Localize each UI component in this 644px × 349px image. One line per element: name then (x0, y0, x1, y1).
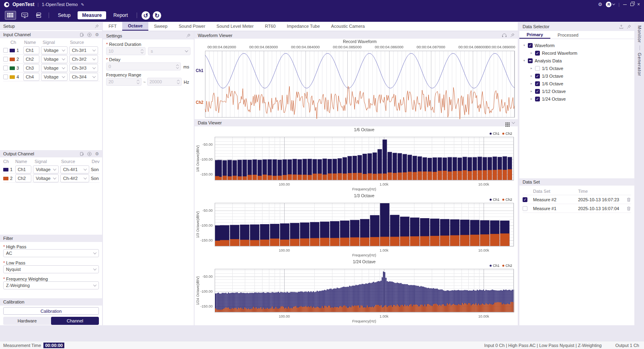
checkbox[interactable]: ✓ (535, 74, 540, 78)
edit-title-icon[interactable]: ✎ (81, 2, 84, 7)
edit-config-icon[interactable] (80, 152, 84, 156)
source-select[interactable]: Ch-3#2 (69, 55, 98, 63)
low-pass-select[interactable]: Nyquist (3, 265, 99, 273)
edit-config-icon[interactable] (80, 33, 84, 37)
signal-select[interactable]: Voltage (41, 73, 68, 81)
checkbox-indeterminate[interactable] (528, 58, 533, 63)
stepper-icons[interactable] (141, 50, 143, 53)
monitor-view-button[interactable] (19, 11, 30, 20)
octave-1-24-chart[interactable] (195, 258, 518, 324)
caret-right-icon[interactable]: ▸ (530, 97, 533, 101)
segment-hardware[interactable]: Hardware (3, 317, 51, 325)
high-pass-select[interactable]: AC (3, 249, 99, 257)
record-waveform-chart[interactable] (195, 39, 518, 119)
source-select[interactable]: Ch-3#1 (69, 46, 98, 54)
tab-octave[interactable]: Octave (122, 22, 148, 31)
delay-input[interactable]: 0 (106, 62, 181, 70)
tab-setup[interactable]: Setup (53, 11, 75, 19)
side-tab-monitor[interactable]: Monitor (637, 25, 642, 43)
add-channel-icon[interactable] (87, 152, 92, 156)
redo-button[interactable]: ↻ (153, 11, 161, 20)
tree-item-1-24-octave[interactable]: ▸ ✓ 1/24 Octave (523, 95, 631, 103)
channel-name-input[interactable]: Ch2 (15, 174, 31, 182)
caret-down-icon[interactable]: ▾ (523, 59, 526, 62)
channel-name-input[interactable]: Ch1 (23, 46, 39, 54)
pin-icon[interactable] (510, 33, 515, 37)
signal-select[interactable]: Voltage (33, 165, 59, 173)
calibration-button[interactable]: Calibration (3, 307, 99, 315)
data-set-row[interactable]: ✓ Measure #2 2025-10-13 16:07:23 (523, 195, 631, 204)
checkbox[interactable]: ✓ (535, 97, 540, 101)
pin-icon[interactable] (627, 25, 631, 29)
caret-right-icon[interactable]: ▸ (530, 74, 533, 78)
tree-item-analysis-data[interactable]: ▾ Analysis Data (523, 57, 631, 64)
row-checkbox[interactable] (3, 66, 8, 70)
pin-icon[interactable] (186, 33, 191, 38)
user-menu[interactable]: R (606, 2, 615, 7)
tab-acoustic-camera[interactable]: Acoustic Camera (326, 22, 371, 31)
caret-right-icon[interactable]: ▸ (530, 89, 533, 93)
signal-select[interactable]: Voltage (41, 64, 68, 72)
checkbox[interactable]: ✓ (528, 43, 533, 48)
octave-1-3-chart[interactable] (195, 192, 518, 258)
checkbox[interactable]: ✓ (523, 197, 527, 202)
tab-report[interactable]: Report (109, 11, 132, 19)
source-select[interactable]: Ch-4#2 (60, 174, 89, 182)
source-select[interactable]: Ch-3#4 (69, 73, 98, 81)
tab-measure[interactable]: Measure (78, 11, 106, 19)
checkbox[interactable]: ✓ (535, 51, 540, 56)
delete-icon[interactable] (626, 206, 631, 211)
tree-item-record-waveform[interactable]: ▸ ✓ Record Waveform (523, 49, 631, 57)
minimize-button[interactable] (623, 4, 627, 5)
tab-impedance-tube[interactable]: Impedance Tube (281, 22, 326, 31)
stepper-icons[interactable] (137, 80, 139, 84)
channel-name-input[interactable]: Ch1 (15, 165, 31, 173)
checkbox[interactable] (523, 206, 527, 211)
undo-button[interactable]: ↺ (142, 11, 150, 20)
tab-processed[interactable]: Processed (550, 31, 586, 39)
restore-button[interactable] (630, 3, 634, 6)
settings-gear-icon[interactable]: ⚙ (598, 2, 603, 7)
channel-name-input[interactable]: Ch3 (23, 64, 39, 72)
signal-select[interactable]: Voltage (41, 55, 68, 63)
tree-item-waveform[interactable]: ▾ ✓ Waveform (523, 41, 631, 49)
headphones-icon[interactable] (502, 33, 507, 37)
stepper-icons[interactable] (177, 80, 179, 84)
checkbox[interactable] (535, 66, 540, 71)
tree-item-1-3-octave[interactable]: ▸ ✓ 1/3 Octave (523, 72, 631, 80)
source-select[interactable]: Ch-4#1 (60, 165, 89, 173)
chevron-down-icon[interactable] (512, 120, 515, 124)
side-tab-generator[interactable]: Generator (637, 53, 642, 76)
tree-item-1-1-octave[interactable]: ▸ 1/1 Octave (523, 64, 631, 72)
channel-matrix-view-button[interactable] (5, 11, 16, 20)
tree-item-1-6-octave[interactable]: ▸ ✓ 1/6 Octave (523, 80, 631, 87)
row-checkbox[interactable] (3, 57, 8, 62)
caret-down-icon[interactable]: ▾ (523, 43, 526, 47)
caret-right-icon[interactable]: ▸ (530, 66, 533, 70)
checkbox[interactable]: ✓ (535, 81, 540, 86)
row-checkbox[interactable] (3, 48, 8, 53)
frequency-min-input[interactable]: 20 (106, 78, 142, 86)
channel-settings-icon[interactable]: ⚙ (95, 152, 99, 156)
frequency-max-input[interactable]: 20000 (147, 78, 182, 86)
tab-sound-power[interactable]: Sound Power (173, 22, 211, 31)
frequency-weighting-select[interactable]: Z-Weighting (3, 281, 99, 289)
channel-settings-icon[interactable]: ⚙ (95, 33, 99, 37)
tab-sound-level-meter[interactable]: Sound Level Meter (211, 22, 259, 31)
close-button[interactable]: × (637, 2, 640, 6)
signal-select[interactable]: Voltage (41, 46, 68, 54)
caret-right-icon[interactable]: ▸ (530, 51, 533, 55)
record-duration-input[interactable]: 10 (106, 47, 146, 55)
device-queue-button[interactable] (33, 11, 44, 20)
delete-icon[interactable] (626, 197, 631, 202)
record-duration-unit-select[interactable]: s (148, 47, 191, 55)
stepper-icons[interactable] (176, 65, 178, 68)
segment-channel[interactable]: Channel (51, 317, 99, 325)
tab-rt60[interactable]: RT60 (259, 22, 281, 31)
octave-1-6-chart[interactable] (195, 126, 518, 192)
tree-item-1-12-octave[interactable]: ▸ ✓ 1/12 Octave (523, 87, 631, 95)
channel-name-input[interactable]: Ch4 (23, 73, 39, 81)
avatar[interactable]: R (606, 2, 611, 7)
row-checkbox[interactable] (3, 74, 8, 79)
data-set-row[interactable]: Measure #1 2025-10-13 16:07:04 (523, 204, 631, 213)
